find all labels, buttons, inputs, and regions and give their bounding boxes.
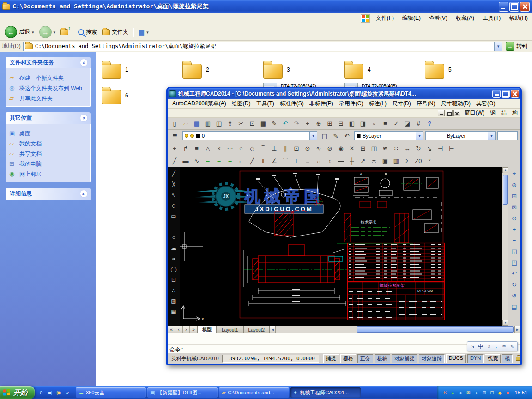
create-new-folder-link[interactable]: ▱ 创建一个新文件夹	[9, 75, 87, 82]
status-toggle-button[interactable]: 对象追踪	[419, 354, 445, 363]
media-player-icon[interactable]: ◉	[55, 389, 62, 396]
green-linetype-2-icon[interactable]: –	[213, 156, 224, 166]
point-tool-icon[interactable]: ∴	[169, 285, 179, 296]
snap-from-icon[interactable]: ↱	[180, 144, 191, 153]
cad-menu-item[interactable]: 其它(O)	[473, 99, 498, 109]
folders-button[interactable]: 文件夹	[100, 27, 130, 37]
zoom-extents-tool-icon[interactable]: ◳	[509, 257, 520, 268]
cad-menu-item[interactable]: 尺寸(D)	[389, 99, 414, 109]
degree-icon[interactable]: °	[424, 156, 435, 166]
block-editor-icon[interactable]: ◪	[402, 119, 413, 128]
taskbtn-cad[interactable]: ✦ 机械工程师CAD201...	[290, 387, 361, 398]
center-mark-icon[interactable]: ┼	[346, 156, 357, 166]
publish-icon[interactable]: ⇪	[224, 119, 236, 128]
status-toggle-button[interactable]: DUCS	[446, 354, 466, 363]
ie-icon[interactable]: e	[37, 389, 45, 396]
help-icon[interactable]: ?	[424, 119, 435, 128]
minimize-button[interactable]	[499, 2, 508, 12]
tangent-snap-icon[interactable]: ⌒	[258, 144, 269, 153]
zoom-window-icon[interactable]: ⊞	[324, 119, 335, 128]
punctuation-icon[interactable]: ,	[493, 344, 499, 350]
leader-icon[interactable]: ↗	[357, 156, 369, 166]
cad-restore-button[interactable]	[502, 90, 510, 98]
zo-icon[interactable]: Z0	[413, 156, 424, 166]
insert-snap-icon[interactable]: ⊡	[291, 144, 302, 153]
scrollbar-thumb[interactable]	[357, 326, 514, 332]
quadrant-snap-icon[interactable]: ◇	[247, 144, 258, 153]
cad-titlebar[interactable]: 机械工程师CAD2014 - [C:\Documents and Setting…	[168, 88, 520, 99]
construction-line-tool-icon[interactable]: ╳	[169, 179, 179, 189]
corner-icon[interactable]: ⌐	[236, 156, 247, 166]
arc-segment-icon[interactable]: ⌒	[280, 156, 291, 166]
tray-antivirus-icon[interactable]: ■	[504, 390, 511, 395]
folder-tile[interactable]: 2	[182, 57, 259, 83]
zoom-all-tool-icon[interactable]: ◱	[509, 246, 520, 257]
cad-menu-item[interactable]: 构	[509, 108, 520, 118]
taskbtn-explorer[interactable]: ▱ C:\Documents and...	[219, 387, 289, 398]
cad-menu-item[interactable]: 常用件(C)	[336, 99, 366, 109]
zoom-previous-icon[interactable]: ⊟	[335, 119, 346, 128]
menu-item[interactable]: 文件(F)	[372, 13, 398, 24]
status-toggle-button[interactable]: 捕捉	[323, 354, 339, 363]
other-places-header[interactable]: 其它位置 »	[6, 112, 91, 124]
menu-item[interactable]: 工具(T)	[478, 13, 505, 24]
layer-combo-arrow[interactable]: ▾	[309, 132, 317, 140]
rotate-icon[interactable]: ↻	[413, 144, 424, 153]
make-object-layer-current-icon[interactable]: ✎	[330, 131, 341, 141]
sogou-logo-icon[interactable]: S	[470, 344, 476, 350]
dim-vertical-icon[interactable]: ↕	[324, 156, 335, 166]
cad-menu-item[interactable]: 标注(L)	[366, 99, 389, 109]
cad-close-button[interactable]	[511, 90, 519, 98]
trim-icon[interactable]: ⊣	[435, 144, 446, 153]
zoom-in-tool-icon[interactable]: +	[509, 224, 520, 235]
dash-icon[interactable]: —	[335, 156, 346, 166]
sheet-set-icon[interactable]: ≡	[380, 119, 391, 128]
rectangle-tool-icon[interactable]: ▭	[169, 211, 179, 221]
dim-chain-icon[interactable]: ≍	[369, 156, 380, 166]
tab-layout1[interactable]: Layout1	[217, 326, 243, 333]
status-toggle-button[interactable]: 模	[502, 354, 513, 363]
paste-icon[interactable]: ▦	[258, 119, 269, 128]
center-snap-icon[interactable]: ○	[236, 144, 247, 153]
hatch-tool-icon[interactable]: ▨	[169, 296, 179, 306]
quicklaunch-overflow-icon[interactable]: »	[64, 389, 71, 396]
taskbtn-360cloud[interactable]: ☁ 360云盘	[76, 387, 146, 398]
taskbtn-dtii-notice[interactable]: ▣ 【新提醒】DTII图...	[147, 387, 218, 398]
color-combo-arrow[interactable]: ▾	[416, 132, 423, 140]
file-tasks-header[interactable]: 文件和文件夹任务 »	[6, 57, 91, 68]
close-button[interactable]	[520, 2, 530, 12]
tray-sogou-icon[interactable]: S	[441, 390, 448, 395]
cad-menu-item[interactable]: 钢	[487, 108, 498, 118]
cad-menu-item[interactable]: 尺寸驱动(D)	[438, 99, 473, 109]
maximize-button[interactable]	[509, 2, 519, 12]
green-linetype-3-icon[interactable]: –	[224, 156, 236, 166]
status-toggle-button[interactable]: 栅格	[340, 354, 356, 363]
tray-qq-icon[interactable]: ●	[457, 390, 464, 395]
tray-volume-icon[interactable]: ♪	[473, 390, 479, 395]
my-documents-link[interactable]: ▱ 我的文档	[9, 140, 87, 147]
osnap-settings-icon[interactable]: ◉	[335, 144, 346, 153]
status-toggle-button[interactable]: 极轴	[375, 354, 390, 363]
redraw-tool-icon[interactable]: ↻	[509, 279, 520, 290]
drawing-canvas[interactable]: JX 机械帝国 JXDIGUO.COM	[180, 167, 502, 326]
endpoint-snap-icon[interactable]: ≡	[191, 144, 202, 153]
redo-icon[interactable]: ↷	[291, 119, 302, 128]
scrollbar-thumb[interactable]	[503, 175, 508, 205]
parallel-snap-icon[interactable]: ∥	[280, 144, 291, 153]
scroll-right-icon[interactable]: ▶	[514, 326, 520, 333]
share-folder-link[interactable]: ▱ 共享此文件夹	[9, 95, 87, 102]
shared-documents-link[interactable]: ▱ 共享文档	[9, 151, 87, 157]
cad-menu-item[interactable]: AutoCAD2008菜单(A)	[169, 99, 229, 109]
save-icon[interactable]: ▤	[191, 119, 202, 128]
table-icon[interactable]: ▦	[391, 156, 402, 166]
menu-item[interactable]: 查看(V)	[425, 13, 452, 24]
folder-tile[interactable]: 4	[344, 57, 420, 83]
midpoint-snap-icon[interactable]: △	[202, 144, 213, 153]
cad-menu-item[interactable]: 非标件(P)	[307, 99, 336, 109]
up-button[interactable]: ↑	[59, 28, 70, 37]
match-properties-icon[interactable]: ✎	[269, 119, 280, 128]
calculator-icon[interactable]: #	[413, 119, 424, 128]
no-snap-icon[interactable]: ⊘	[324, 144, 335, 153]
cad-menu-item[interactable]: 窗口(W)	[462, 108, 487, 118]
tray-usb-icon[interactable]: ⊟	[489, 390, 495, 395]
